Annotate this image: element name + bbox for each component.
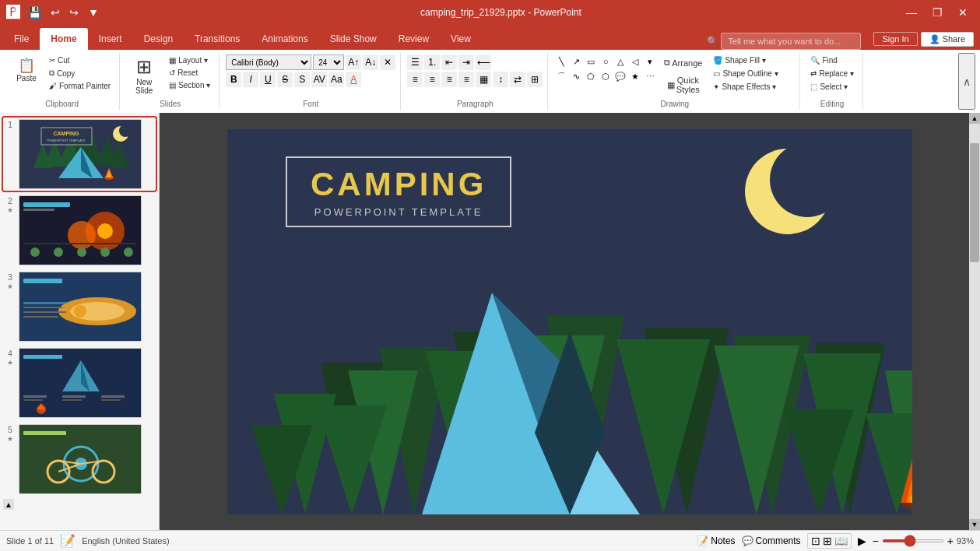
- quick-styles-button[interactable]: ▦ QuickStyles: [660, 72, 706, 97]
- curve-shape[interactable]: ⌒: [554, 69, 568, 83]
- align-right-button[interactable]: ≡: [441, 72, 457, 87]
- arrange-button[interactable]: ⧉ Arrange: [660, 54, 706, 71]
- shape-fill-button[interactable]: 🪣 Shape Fill ▾: [709, 54, 795, 66]
- freeform-shape[interactable]: ∿: [569, 69, 583, 83]
- zoom-in-button[interactable]: +: [947, 535, 954, 547]
- hexagon-shape[interactable]: ⬡: [599, 69, 613, 83]
- new-slide-button[interactable]: ⊞ NewSlide: [126, 54, 162, 98]
- font-shrink-button[interactable]: A↓: [363, 54, 378, 70]
- select-button[interactable]: ⬚ Select ▾: [806, 81, 852, 93]
- justify-button[interactable]: ≡: [458, 72, 474, 87]
- tab-review[interactable]: Review: [388, 28, 440, 50]
- sign-in-button[interactable]: Sign In: [873, 32, 917, 46]
- customize-qat-button[interactable]: ▼: [85, 5, 102, 20]
- oval-shape[interactable]: ○: [599, 54, 613, 68]
- scroll-thumb[interactable]: [970, 143, 979, 261]
- undo-button[interactable]: ↩: [47, 5, 63, 20]
- font-grow-button[interactable]: A↑: [346, 54, 361, 70]
- tab-view[interactable]: View: [440, 28, 482, 50]
- font-color-button[interactable]: A: [346, 72, 361, 87]
- slide-thumb-1[interactable]: 1: [3, 118, 156, 191]
- reading-view-button[interactable]: 📖: [834, 535, 848, 547]
- search-input[interactable]: [721, 33, 861, 50]
- tab-slideshow[interactable]: Slide Show: [319, 28, 388, 50]
- columns-button[interactable]: ▦: [476, 72, 491, 87]
- find-button[interactable]: 🔍 Find: [806, 54, 841, 66]
- save-button[interactable]: 💾: [25, 5, 44, 20]
- slide-thumb-5[interactable]: 5 ★: [3, 423, 156, 496]
- pentagon-shape[interactable]: ⬠: [584, 69, 598, 83]
- tab-design[interactable]: Design: [133, 28, 184, 50]
- rtriangle-shape[interactable]: ◁: [628, 54, 642, 68]
- paragraph-group: ☰ 1. ⇤ ⇥ ⟵ ≡ ≡ ≡ ≡ ▦ ↕ ⇄ ⊞ Paragraph: [402, 53, 548, 110]
- comments-button[interactable]: 💬 Comments: [742, 535, 801, 546]
- char-spacing-button[interactable]: AV: [311, 72, 327, 87]
- tab-transitions[interactable]: Transitions: [184, 28, 251, 50]
- change-case-button[interactable]: Aa: [328, 72, 344, 87]
- share-button[interactable]: 👤 Share: [921, 32, 974, 47]
- slide-title-box[interactable]: CAMPING POWERPOINT TEMPLATE: [286, 156, 511, 227]
- replace-button[interactable]: ⇄ Replace ▾: [806, 68, 857, 79]
- svg-rect-24: [23, 243, 136, 244]
- italic-button[interactable]: I: [243, 72, 258, 87]
- zoom-slider[interactable]: [882, 539, 944, 542]
- underline-button[interactable]: U: [260, 72, 276, 87]
- scroll-down-button[interactable]: ▼: [969, 519, 980, 530]
- shapes-more[interactable]: ▾: [643, 54, 657, 68]
- sidebar-scroll-up[interactable]: ▲: [3, 499, 14, 510]
- redo-button[interactable]: ↪: [66, 5, 82, 20]
- tab-home[interactable]: Home: [40, 28, 87, 50]
- shape-effects-icon: ✦: [713, 82, 719, 91]
- font-size-select[interactable]: 24: [313, 54, 344, 70]
- more-shapes[interactable]: ⋯: [643, 69, 657, 83]
- slide-canvas[interactable]: CAMPING POWERPOINT TEMPLATE: [227, 129, 912, 514]
- section-button[interactable]: ▤ Section ▾: [165, 79, 214, 91]
- clear-format-button[interactable]: ✕: [380, 54, 395, 70]
- ribbon-collapse-button[interactable]: ∧: [958, 53, 975, 110]
- line-spacing-button[interactable]: ↕: [493, 72, 508, 87]
- copy-button[interactable]: ⧉ Copy: [45, 67, 114, 79]
- tab-file[interactable]: File: [3, 28, 40, 50]
- tab-insert[interactable]: Insert: [88, 28, 133, 50]
- shadow-button[interactable]: S: [294, 72, 310, 87]
- strikethrough-button[interactable]: S: [277, 72, 293, 87]
- bold-button[interactable]: B: [226, 72, 241, 87]
- format-painter-button[interactable]: 🖌 Format Painter: [45, 80, 114, 92]
- col-break-button[interactable]: ⟵: [476, 54, 491, 70]
- slide-sorter-button[interactable]: ⊞: [823, 535, 832, 547]
- star-shape[interactable]: ★: [628, 69, 642, 83]
- cut-button[interactable]: ✂ Cut: [45, 54, 114, 66]
- numbering-button[interactable]: 1.: [424, 54, 440, 70]
- bullets-button[interactable]: ☰: [407, 54, 423, 70]
- close-button[interactable]: ✕: [952, 3, 974, 22]
- slide-thumb-2[interactable]: 2 ★: [3, 194, 156, 267]
- arrow-shape[interactable]: ↗: [569, 54, 583, 68]
- triangle-shape[interactable]: △: [613, 54, 627, 68]
- zoom-out-button[interactable]: −: [873, 535, 879, 547]
- indent-more-button[interactable]: ⇥: [458, 54, 474, 70]
- normal-view-button[interactable]: ⊡: [811, 535, 820, 547]
- reset-button[interactable]: ↺ Reset: [165, 67, 214, 79]
- notes-button[interactable]: 📝 Notes: [697, 535, 735, 546]
- shape-outline-button[interactable]: ▭ Shape Outline ▾: [709, 68, 795, 79]
- indent-less-button[interactable]: ⇤: [441, 54, 457, 70]
- window-title: camping_trip_21929.pptx - PowerPoint: [102, 7, 900, 18]
- line-shape[interactable]: ╲: [554, 54, 568, 68]
- layout-button[interactable]: ▦ Layout ▾: [165, 54, 214, 66]
- font-name-select[interactable]: Calibri (Body): [226, 54, 311, 70]
- restore-button[interactable]: ❐: [926, 3, 949, 22]
- text-direction-button[interactable]: ⇄: [510, 72, 525, 87]
- slide-thumb-3[interactable]: 3 ★: [3, 270, 156, 343]
- tab-animations[interactable]: Animations: [251, 28, 318, 50]
- minimize-button[interactable]: —: [900, 3, 923, 22]
- slideshow-button[interactable]: ▶: [858, 535, 866, 547]
- rect-shape[interactable]: ▭: [584, 54, 598, 68]
- align-left-button[interactable]: ≡: [407, 72, 423, 87]
- slide-thumb-4[interactable]: 4 ★: [3, 346, 156, 419]
- align-text-button[interactable]: ⊞: [527, 72, 543, 87]
- scroll-up-button[interactable]: ▲: [969, 113, 980, 124]
- paste-button[interactable]: 📋 Paste: [9, 54, 44, 86]
- callout-shape[interactable]: 💬: [613, 69, 627, 83]
- align-center-button[interactable]: ≡: [424, 72, 440, 87]
- shape-effects-button[interactable]: ✦ Shape Effects ▾: [709, 81, 795, 93]
